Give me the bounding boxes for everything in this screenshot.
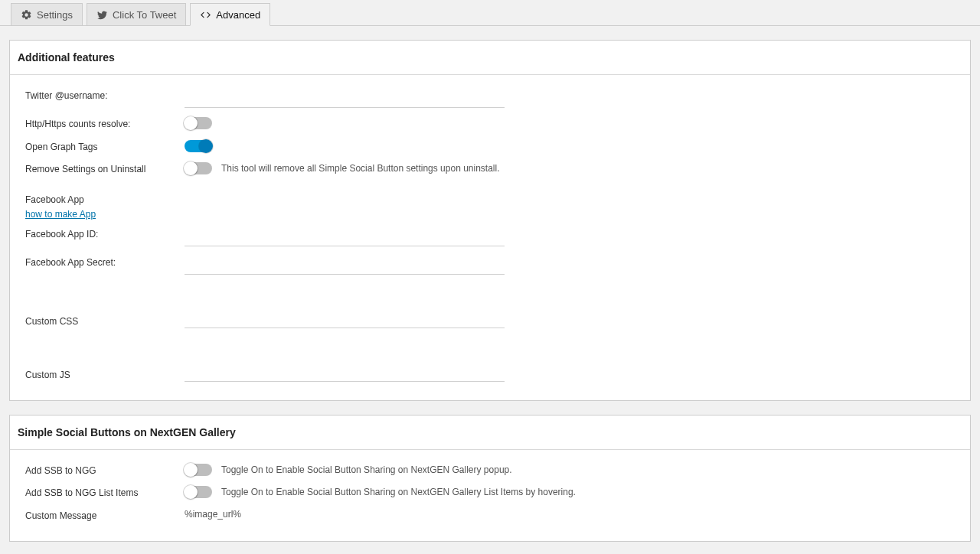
tabs-bar: Settings Click To Tweet Advanced [0, 0, 980, 26]
label-open-graph: Open Graph Tags [25, 140, 185, 154]
toggle-open-graph[interactable] [185, 140, 212, 152]
toggle-http-resolve[interactable] [185, 117, 212, 129]
label-add-ssb-ngg-list: Add SSB to NGG List Items [25, 486, 185, 500]
panel-ngg: Simple Social Buttons on NextGEN Gallery… [9, 415, 971, 542]
input-fb-app-secret[interactable] [185, 256, 505, 275]
panel-additional-features: Additional features Twitter @username: H… [9, 40, 971, 401]
label-fb-app-id: Facebook App ID: [25, 227, 185, 241]
toggle-add-ssb-ngg-list[interactable] [185, 486, 212, 498]
gear-icon [21, 9, 32, 21]
panel-additional-title: Additional features [10, 41, 970, 75]
tab-click-to-tweet[interactable]: Click To Tweet [87, 3, 186, 26]
label-http-resolve: Http/Https counts resolve: [25, 117, 185, 131]
tab-advanced[interactable]: Advanced [190, 3, 270, 26]
input-twitter-username[interactable] [185, 89, 505, 108]
input-fb-app-id[interactable] [185, 227, 505, 246]
tab-ctt-label: Click To Tweet [113, 9, 176, 21]
label-fb-app-secret: Facebook App Secret: [25, 256, 185, 269]
code-icon [200, 9, 211, 21]
heading-facebook-app: Facebook App [25, 194, 955, 205]
input-custom-css[interactable] [185, 284, 505, 328]
label-twitter-username: Twitter @username: [25, 89, 185, 103]
toggle-remove-on-uninstall[interactable] [185, 162, 212, 174]
desc-add-ssb-ngg-list: Toggle On to Enable Social Button Sharin… [221, 487, 576, 497]
tab-advanced-label: Advanced [216, 9, 260, 21]
twitter-icon [96, 9, 108, 21]
link-how-to-make-app[interactable]: how to make App [25, 209, 96, 220]
label-custom-css: Custom CSS [25, 316, 185, 328]
toggle-add-ssb-ngg[interactable] [185, 464, 212, 476]
label-custom-js: Custom JS [25, 370, 185, 382]
label-custom-message: Custom Message [25, 509, 185, 523]
desc-add-ssb-ngg: Toggle On to Enable Social Button Sharin… [221, 464, 512, 475]
label-remove-on-uninstall: Remove Settings on Uninstall [25, 162, 185, 176]
value-custom-message: %image_url% [185, 509, 241, 520]
label-add-ssb-ngg: Add SSB to NGG [25, 464, 185, 477]
tab-settings[interactable]: Settings [11, 3, 83, 26]
input-custom-js[interactable] [185, 337, 505, 382]
desc-remove-on-uninstall: This tool will remove all Simple Social … [221, 163, 500, 174]
tab-settings-label: Settings [37, 9, 73, 21]
panel-ngg-title: Simple Social Buttons on NextGEN Gallery [10, 416, 970, 450]
